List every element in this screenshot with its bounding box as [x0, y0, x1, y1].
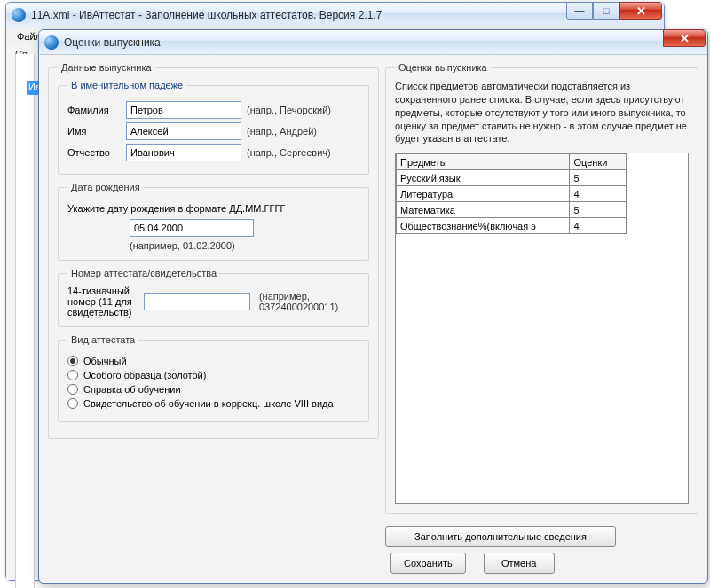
certificate-hint: (например, 03724000200011) [259, 291, 359, 312]
radio-icon [67, 398, 78, 409]
graduate-data-group: Данные выпускника В именительном падеже … [48, 62, 379, 439]
type-option-reference[interactable]: Справка об обучении [67, 384, 359, 395]
app-icon [12, 8, 26, 22]
radio-icon [67, 384, 78, 395]
surname-hint: (напр., Печорский) [247, 105, 331, 115]
grades-legend: Оценки выпускника [395, 62, 491, 73]
col-score[interactable]: Оценки [570, 154, 627, 170]
grades-info: Список предметов автоматически подставля… [395, 80, 689, 145]
table-row: Математика 5 [397, 202, 627, 218]
grades-dialog: Оценки выпускника ✕ Данные выпускника В … [38, 29, 708, 584]
dob-hint: Укажите дату рождения в формате ДД.ММ.ГГ… [67, 203, 359, 214]
dob-group: Дата рождения Укажите дату рождения в фо… [58, 182, 369, 261]
main-window-titlebar[interactable]: 11А.xml - ИвАттестат - Заполнение школьн… [6, 3, 664, 27]
main-window-title: 11А.xml - ИвАттестат - Заполнение школьн… [31, 9, 382, 21]
type-option-label: Свидетельство об обучении в коррекц. шко… [83, 398, 334, 409]
certificate-legend: Номер аттестата/свидетельства [67, 268, 220, 278]
firstname-input[interactable] [126, 122, 241, 140]
name-group: В именительном падеже Фамилия (напр., Пе… [58, 80, 369, 175]
type-option-label: Особого образца (золотой) [83, 370, 206, 380]
col-subject[interactable]: Предметы [397, 154, 570, 170]
table-row: Литература 4 [397, 186, 627, 202]
grades-table-container[interactable]: Предметы Оценки Русский язык 5 Литератур… [395, 153, 689, 504]
type-option-label: Обычный [83, 356, 127, 366]
firstname-hint: (напр., Андрей) [247, 126, 317, 137]
additional-info-button[interactable]: Заполнить дополнительные сведения [385, 526, 616, 547]
patronymic-hint: (напр., Сергеевич) [247, 147, 331, 158]
minimize-icon: — [575, 5, 585, 16]
score-cell[interactable]: 5 [570, 170, 627, 186]
subject-cell[interactable]: Русский язык [397, 170, 570, 186]
grades-group: Оценки выпускника Список предметов автом… [385, 62, 698, 514]
certificate-group: Номер аттестата/свидетельства 14-тизначн… [58, 268, 369, 327]
subject-cell[interactable]: Обществознание%(включая э [397, 218, 570, 234]
dob-input[interactable] [130, 219, 254, 237]
type-option-label: Справка об обучении [83, 384, 181, 395]
certificate-input[interactable] [144, 293, 250, 310]
firstname-label: Имя [67, 126, 121, 137]
surname-label: Фамилия [67, 105, 121, 115]
score-cell[interactable]: 4 [570, 218, 627, 234]
attestat-type-group: Вид аттестата Обычный Особого образца (з… [58, 334, 369, 422]
patronymic-input[interactable] [126, 144, 241, 161]
graduate-data-legend: Данные выпускника [58, 62, 155, 73]
patronymic-label: Отчество [67, 147, 121, 158]
score-cell[interactable]: 4 [570, 186, 627, 202]
table-row: Обществознание%(включая э 4 [397, 218, 627, 234]
maximize-icon: □ [604, 5, 610, 16]
maximize-button[interactable]: □ [593, 2, 619, 20]
radio-icon [67, 356, 78, 366]
dialog-titlebar[interactable]: Оценки выпускника ✕ [39, 30, 707, 55]
radio-icon [67, 370, 78, 380]
close-icon: ✕ [636, 4, 646, 18]
attestat-type-legend: Вид аттестата [67, 334, 138, 345]
dialog-title: Оценки выпускника [64, 36, 161, 49]
name-legend: В именительном падеже [67, 80, 186, 90]
minimize-button[interactable]: — [566, 2, 593, 20]
type-option-correctional[interactable]: Свидетельство об обучении в коррекц. шко… [67, 398, 359, 409]
type-option-regular[interactable]: Обычный [67, 356, 359, 366]
type-option-gold[interactable]: Особого образца (золотой) [67, 370, 359, 380]
surname-input[interactable] [126, 101, 241, 119]
outer-list-stub: Ив [15, 54, 35, 588]
score-cell[interactable]: 5 [570, 202, 627, 218]
table-row: Русский язык 5 [397, 170, 627, 186]
dialog-close-button[interactable]: ✕ [663, 29, 706, 47]
close-button[interactable]: ✕ [619, 2, 662, 20]
close-icon: ✕ [680, 32, 690, 45]
cancel-button[interactable]: Отмена [484, 553, 555, 574]
grades-table: Предметы Оценки Русский язык 5 Литератур… [396, 153, 627, 234]
subject-cell[interactable]: Литература [397, 186, 570, 202]
certificate-label: 14-тизначный номер (11 для свидетельств) [67, 286, 135, 318]
subject-cell[interactable]: Математика [397, 202, 570, 218]
dob-legend: Дата рождения [67, 182, 144, 192]
dialog-icon [44, 35, 59, 50]
save-button[interactable]: Сохранить [390, 553, 466, 574]
dob-example: (например, 01.02.2000) [130, 240, 359, 251]
